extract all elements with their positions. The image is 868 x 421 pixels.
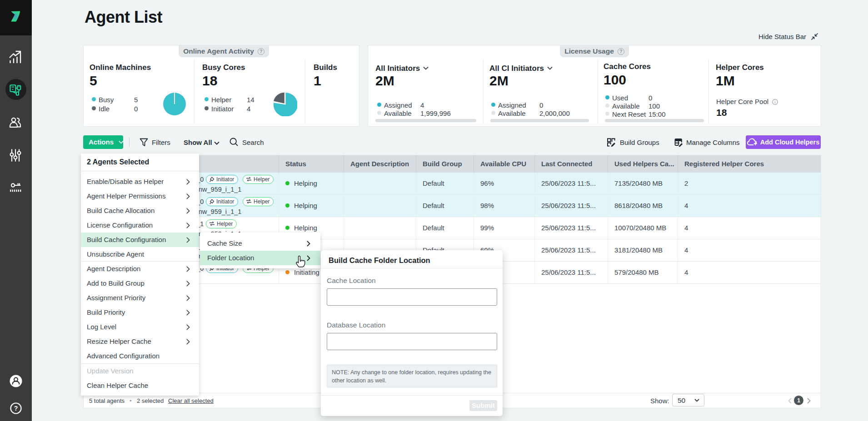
svg-text:i: i xyxy=(775,100,776,104)
svg-text:?: ? xyxy=(14,405,18,412)
